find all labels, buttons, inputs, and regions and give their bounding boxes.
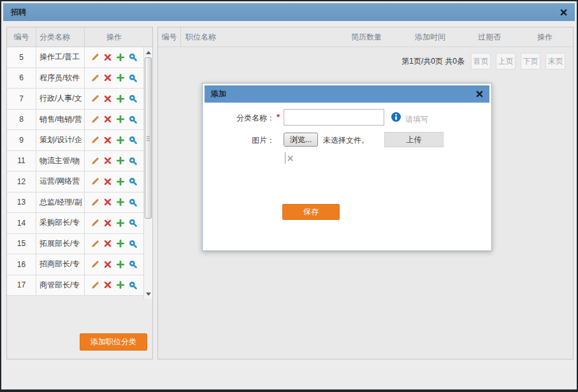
- category-name: 行政/人事/文: [36, 89, 85, 109]
- category-id: 8: [7, 110, 36, 130]
- image-label: 图片：: [205, 135, 275, 146]
- add-icon[interactable]: [117, 54, 124, 61]
- add-icon[interactable]: [117, 136, 124, 144]
- upload-button[interactable]: 上传: [384, 132, 444, 147]
- table-row: 12 运营/网络营: [7, 171, 143, 192]
- category-name: 运营/网络营: [36, 171, 85, 192]
- column-header-id: 编号: [7, 27, 36, 47]
- search-icon[interactable]: [129, 94, 137, 103]
- row-actions: [85, 110, 143, 130]
- window-close-icon[interactable]: [560, 9, 567, 16]
- column-header-ops: 操作: [85, 27, 143, 47]
- category-id: 14: [7, 213, 36, 233]
- row-actions: [85, 254, 143, 275]
- next-page-button[interactable]: 下页: [521, 53, 540, 69]
- edit-icon[interactable]: [91, 281, 99, 289]
- search-icon[interactable]: [129, 53, 137, 61]
- edit-icon[interactable]: [91, 177, 99, 185]
- category-name: 策划/设计/企: [36, 130, 85, 150]
- edit-icon[interactable]: [91, 94, 99, 103]
- category-name: 物流主管/物: [36, 151, 85, 171]
- edit-icon[interactable]: [91, 198, 99, 207]
- delete-icon[interactable]: [104, 240, 112, 247]
- add-icon[interactable]: [117, 95, 124, 103]
- edit-icon[interactable]: [91, 53, 99, 61]
- delete-icon[interactable]: [104, 74, 112, 82]
- delete-icon[interactable]: [104, 157, 112, 164]
- category-id: 5: [7, 47, 36, 68]
- search-icon[interactable]: [129, 136, 137, 144]
- pagination-summary: 第1页/共0页 共0条: [401, 56, 465, 67]
- column-header-added: 添加时间: [398, 27, 462, 47]
- column-header-ops: 操作: [517, 27, 573, 47]
- category-name: 总监/经理/副: [36, 192, 85, 213]
- add-icon[interactable]: [117, 240, 124, 247]
- add-icon[interactable]: [117, 157, 124, 164]
- category-scrollbar[interactable]: [143, 47, 152, 299]
- category-id: 15: [7, 234, 36, 254]
- last-page-button[interactable]: 末页: [545, 53, 565, 69]
- row-actions: [85, 192, 143, 213]
- add-dialog-titlebar: 添加: [205, 85, 489, 103]
- search-icon[interactable]: [129, 115, 137, 124]
- scrollbar-thumb[interactable]: [145, 57, 152, 219]
- scroll-down-icon[interactable]: [144, 289, 152, 298]
- add-icon[interactable]: [117, 198, 124, 206]
- row-actions: [85, 275, 143, 296]
- add-dialog-close-icon[interactable]: [476, 91, 483, 98]
- search-icon[interactable]: [129, 281, 137, 289]
- search-icon[interactable]: [129, 198, 137, 207]
- delete-icon[interactable]: [104, 281, 112, 289]
- edit-icon[interactable]: [91, 260, 99, 268]
- edit-icon[interactable]: [91, 157, 99, 165]
- edit-icon[interactable]: [91, 240, 99, 248]
- delete-icon[interactable]: [104, 261, 112, 268]
- delete-icon[interactable]: [104, 219, 112, 227]
- column-header-name: 分类名称: [36, 27, 85, 47]
- search-icon[interactable]: [129, 240, 137, 248]
- delete-icon[interactable]: [104, 136, 112, 144]
- search-icon[interactable]: [129, 177, 137, 185]
- browse-button[interactable]: 浏览...: [284, 133, 318, 147]
- add-dialog-title: 添加: [211, 89, 226, 99]
- column-header-expired: 过期否: [462, 27, 517, 47]
- delete-icon[interactable]: [104, 115, 112, 123]
- search-icon[interactable]: [129, 260, 137, 268]
- prev-page-button[interactable]: 上页: [496, 53, 516, 69]
- category-name: 采购部长/专: [36, 213, 85, 233]
- category-name-input[interactable]: [284, 109, 384, 126]
- edit-icon[interactable]: [91, 219, 99, 227]
- search-icon[interactable]: [129, 157, 137, 165]
- category-table-header: 编号 分类名称 操作: [7, 27, 152, 47]
- add-icon[interactable]: [117, 115, 124, 123]
- delete-icon[interactable]: [104, 54, 112, 61]
- search-icon[interactable]: [129, 219, 137, 227]
- edit-icon[interactable]: [91, 74, 99, 82]
- add-icon[interactable]: [117, 74, 124, 82]
- scroll-up-icon[interactable]: [144, 48, 152, 57]
- category-id: 17: [7, 275, 36, 296]
- table-row: 8 销售/电销/营: [7, 110, 143, 131]
- delete-icon[interactable]: [104, 95, 112, 103]
- table-row: 16 招商部长/专: [7, 254, 143, 275]
- add-icon[interactable]: [117, 261, 124, 268]
- add-icon[interactable]: [117, 281, 124, 289]
- edit-icon[interactable]: [91, 136, 99, 144]
- add-icon[interactable]: [117, 178, 124, 185]
- row-actions: [85, 171, 143, 192]
- category-name: 销售/电销/营: [36, 110, 85, 130]
- search-icon[interactable]: [129, 74, 137, 82]
- category-id: 9: [7, 130, 36, 150]
- no-file-text: 未选择文件。: [323, 135, 369, 146]
- row-actions: [85, 130, 143, 150]
- save-button[interactable]: 保存: [282, 204, 340, 220]
- category-id: 6: [7, 68, 36, 89]
- edit-icon[interactable]: [91, 115, 99, 124]
- add-category-button[interactable]: 添加职位分类: [80, 333, 147, 351]
- delete-icon[interactable]: [104, 178, 112, 185]
- required-asterisk: *: [277, 112, 280, 122]
- delete-icon[interactable]: [104, 198, 112, 206]
- first-page-button[interactable]: 首页: [471, 53, 491, 69]
- row-actions: [85, 234, 143, 254]
- add-icon[interactable]: [117, 219, 124, 227]
